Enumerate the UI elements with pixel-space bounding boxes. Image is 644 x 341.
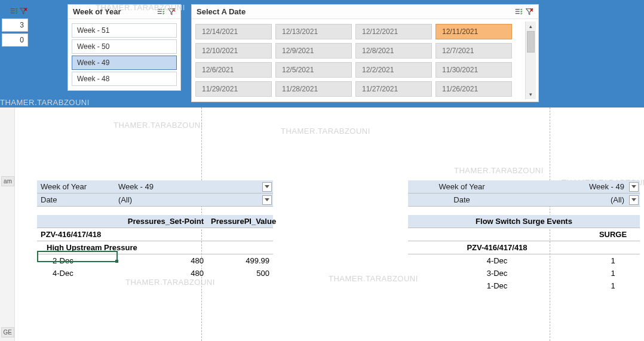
- slicer-item[interactable]: 11/27/2021: [355, 81, 432, 97]
- slicer-item[interactable]: Week - 51: [72, 23, 177, 38]
- watermark: THAMER.TARABZOUNI: [329, 274, 418, 283]
- slicer-area: 30 Week of Year Week - 51Week - 50Week -…: [0, 0, 644, 107]
- slicer-item[interactable]: 12/7/2021: [436, 43, 512, 59]
- filter-value: (All): [516, 193, 629, 206]
- filter-label: Week of Year: [37, 180, 115, 193]
- filter-label: Date: [37, 193, 115, 206]
- watermark: THAMER.TARABZOUNI: [281, 127, 370, 136]
- column-header: Pressures_Set-Point: [118, 215, 207, 228]
- slicer-item[interactable]: 12/2/2021: [355, 62, 432, 78]
- multiselect-icon[interactable]: [10, 7, 18, 16]
- slicer-item[interactable]: 12/10/2021: [195, 43, 272, 59]
- slicer-item[interactable]: 3: [2, 19, 28, 32]
- cell-surge[interactable]: 1: [586, 254, 640, 267]
- filter-label: Week of Year: [408, 180, 516, 193]
- left-gutter: am GE: [0, 107, 15, 341]
- slicer-item[interactable]: 11/28/2021: [275, 81, 352, 97]
- filter-dropdown-icon[interactable]: [262, 182, 272, 192]
- table-row: 4-Dec1: [408, 254, 640, 267]
- slicer-item[interactable]: 11/30/2021: [436, 62, 512, 78]
- column-header: SURGE: [586, 228, 640, 241]
- slicer-item[interactable]: 12/5/2021: [275, 62, 352, 78]
- multiselect-icon[interactable]: [514, 8, 523, 16]
- slicer-title: Week of Year: [73, 7, 157, 16]
- slicer-item[interactable]: Week - 48: [72, 72, 177, 86]
- pivot-filter-row: Week of Year Week - 49: [408, 180, 640, 193]
- cell-date[interactable]: 4-Dec: [408, 254, 586, 267]
- date-slicer: Select A Date 12/14/202112/13/202112/12/…: [191, 4, 539, 102]
- slicer-item[interactable]: 12/13/2021: [275, 24, 352, 39]
- slicer-item[interactable]: 12/12/2021: [355, 24, 432, 39]
- surge-pivot: Week of Year Week - 49 Date (All) Flow S…: [408, 180, 640, 292]
- cell-date[interactable]: 1-Dec: [408, 279, 586, 292]
- slicer-scrollbar[interactable]: ▴ ▾: [525, 21, 536, 99]
- pivot-filter-row: Date (All): [37, 193, 273, 207]
- table-row: 4-Dec480500: [37, 267, 273, 279]
- filter-value: (All): [115, 193, 186, 206]
- cell-value[interactable]: 499.99: [207, 254, 273, 267]
- clear-filter-icon[interactable]: [167, 8, 176, 16]
- pivot-subcategory: High Upstream Pressure: [37, 241, 273, 254]
- cell-value[interactable]: 500: [207, 267, 273, 279]
- filter-dropdown-icon[interactable]: [262, 195, 272, 205]
- cell-date[interactable]: 2-Dec: [37, 254, 118, 267]
- column-header: Flow Switch Surge Events: [408, 215, 640, 228]
- slicer-item[interactable]: 12/9/2021: [275, 43, 352, 59]
- cell-date[interactable]: 4-Dec: [37, 267, 118, 279]
- slicer-item[interactable]: 12/8/2021: [355, 43, 432, 59]
- table-row: 2-Dec480499.99: [37, 254, 273, 267]
- clear-filter-icon[interactable]: [19, 7, 27, 16]
- pivot-category: PZV-416/417/418: [408, 241, 586, 254]
- slicer-item[interactable]: 11/29/2021: [195, 81, 272, 97]
- pivot-header-row: Flow Switch Surge Events: [408, 215, 640, 228]
- pivot-filter-row: Date (All): [408, 193, 640, 207]
- watermark: THAMER.TARABZOUNI: [454, 166, 544, 175]
- scroll-up-icon[interactable]: ▴: [526, 21, 536, 31]
- slicer-item[interactable]: 12/6/2021: [195, 62, 272, 78]
- filter-value: Week - 49: [115, 180, 186, 193]
- sheet-tab-stub[interactable]: am: [1, 176, 14, 186]
- clear-filter-icon[interactable]: [525, 8, 533, 16]
- cell-surge[interactable]: 1: [586, 279, 640, 292]
- multiselect-icon[interactable]: [157, 8, 165, 16]
- scroll-down-icon[interactable]: ▾: [526, 90, 536, 99]
- cell-setpoint[interactable]: 480: [118, 254, 207, 267]
- pivot-header-row: Pressures_Set-Point PressurePI_Value: [37, 215, 273, 228]
- table-row: 3-Dec1: [408, 267, 640, 279]
- filter-dropdown-icon[interactable]: [629, 195, 639, 205]
- cell-setpoint[interactable]: 480: [118, 267, 207, 279]
- scroll-thumb[interactable]: [527, 31, 535, 53]
- pivot-category: PZV-416/417/418: [37, 228, 273, 241]
- pressure-pivot: Week of Year Week - 49 Date (All) Pressu…: [37, 180, 273, 279]
- column-header: PressurePI_Value: [207, 215, 280, 228]
- slicer-item[interactable]: Week - 50: [72, 39, 177, 54]
- slicer-header: Select A Date: [192, 5, 538, 19]
- filter-value: Week - 49: [516, 180, 629, 193]
- sheet-tab-stub[interactable]: GE: [1, 327, 14, 337]
- slicer-header: Week of Year: [68, 5, 180, 19]
- filter-dropdown-icon[interactable]: [629, 182, 639, 192]
- slicer-item[interactable]: Week - 49: [72, 56, 177, 70]
- slicer-fragment-left: 30: [0, 6, 30, 48]
- table-row: 1-Dec1: [408, 279, 640, 292]
- slicer-item[interactable]: 12/14/2021: [195, 24, 272, 39]
- slicer-title: Select A Date: [197, 7, 514, 16]
- slicer-item[interactable]: 11/26/2021: [436, 81, 512, 97]
- watermark: THAMER.TARABZOUNI: [114, 121, 203, 130]
- week-slicer: Week of Year Week - 51Week - 50Week - 49…: [68, 4, 181, 91]
- filter-label: Date: [408, 193, 516, 206]
- slicer-item[interactable]: 12/11/2021: [436, 24, 512, 39]
- slicer-item[interactable]: 0: [2, 33, 28, 47]
- pivot-filter-row: Week of Year Week - 49: [37, 180, 273, 193]
- cell-date[interactable]: 3-Dec: [408, 267, 586, 279]
- cell-surge[interactable]: 1: [586, 267, 640, 279]
